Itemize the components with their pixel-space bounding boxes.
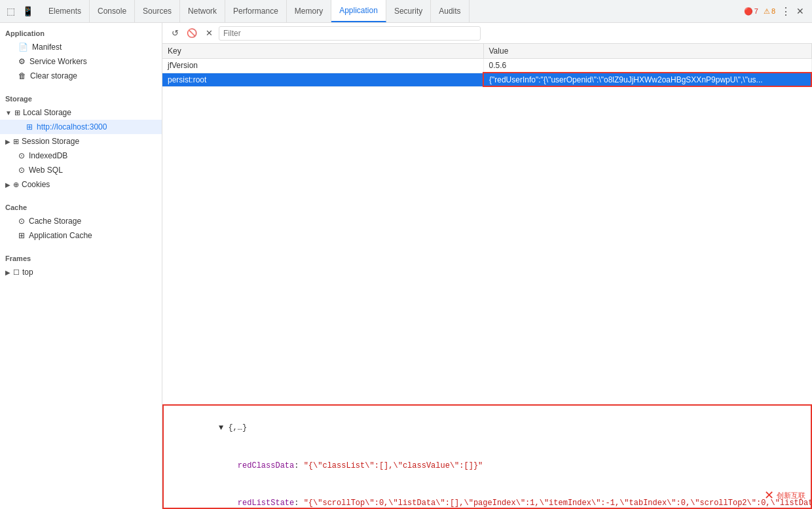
sidebar-manifest-label: Manifest (32, 43, 62, 52)
watermark-logo-icon: ✕ (764, 488, 774, 502)
clear-storage-icon: 🗑 (18, 71, 26, 80)
sidebar-top-label: top (22, 268, 33, 277)
tab-application[interactable]: Application (331, 0, 386, 22)
sidebar-storage-title: Storage (0, 88, 162, 105)
chevron-right-top-icon: ▶ (5, 269, 10, 276)
storage-table-container: Key Value jfVersion 0.5.6 persist:root {… (162, 44, 812, 404)
row-value-persist-root: {"redUserInfo":"{\"userOpenid\":\"o8lZ9u… (483, 73, 811, 86)
sidebar-item-service-workers[interactable]: ⚙ Service Workers (0, 54, 162, 69)
clear-button[interactable]: 🚫 (185, 26, 199, 41)
device-icon[interactable]: 📱 (20, 3, 35, 19)
service-workers-icon: ⚙ (18, 57, 26, 66)
top-frame-icon: ☐ (13, 268, 20, 277)
bottom-panel-line-1: redClassData: "{\"classList\":[],\"class… (172, 448, 803, 485)
cookies-icon: ⊕ (13, 181, 19, 189)
tab-security[interactable]: Security (386, 0, 431, 22)
val-red-class-data: "{\"classList\":[],\"classValue\":[]}" (304, 461, 483, 470)
warn-icon: ⚠ (764, 7, 770, 16)
sidebar-cache-storage-label: Cache Storage (29, 217, 81, 226)
sidebar-group-cookies[interactable]: ▶ ⊕ Cookies (0, 177, 162, 192)
tab-network[interactable]: Network (180, 0, 225, 22)
close-devtools-button[interactable]: ✕ (796, 6, 804, 16)
sidebar-indexeddb-label: IndexedDB (29, 151, 67, 160)
table-row[interactable]: persist:root {"redUserInfo":"{\"userOpen… (162, 73, 811, 86)
error-icon: 🔴 (744, 7, 753, 16)
more-menu-icon[interactable]: ⋮ (781, 5, 791, 18)
chevron-right-cookies-icon: ▶ (5, 181, 10, 188)
warn-badge: ⚠ 8 (764, 7, 775, 16)
tab-bar-right: 🔴 7 ⚠ 8 ⋮ ✕ (744, 5, 809, 18)
cache-storage-icon: ⊙ (18, 217, 25, 226)
object-label: {,…} (228, 423, 247, 432)
row-key-persist-root: persist:root (162, 73, 483, 86)
sidebar-web-sql-label: Web SQL (29, 166, 63, 175)
localhost-grid-icon: ⊞ (26, 122, 33, 132)
tab-memory[interactable]: Memory (287, 0, 331, 22)
sidebar-localhost-label: http://localhost:3000 (37, 122, 107, 132)
sidebar-frames-title: Frames (0, 248, 162, 265)
sidebar-item-manifest[interactable]: 📄 Manifest (0, 40, 162, 54)
sidebar: Application 📄 Manifest ⚙ Service Workers… (0, 23, 162, 509)
watermark: ✕ 创新互联 (764, 488, 805, 502)
web-sql-icon: ⊙ (18, 166, 25, 175)
error-count: 7 (754, 7, 758, 15)
tab-audits[interactable]: Audits (431, 0, 469, 22)
val-red-list-state: "{\"scrollTop\":0,\"listData\":[],\"page… (304, 499, 812, 508)
tabs-container: Elements Console Sources Network Perform… (41, 0, 744, 22)
expand-arrow-icon: ▼ (219, 423, 228, 432)
inspect-icon[interactable]: ⬚ (3, 3, 18, 19)
column-header-key: Key (162, 44, 483, 59)
sidebar-item-cache-storage[interactable]: ⊙ Cache Storage (0, 214, 162, 228)
application-cache-icon: ⊞ (18, 231, 25, 240)
manifest-icon: 📄 (18, 43, 28, 52)
chevron-down-icon: ▼ (5, 109, 12, 116)
sidebar-item-application-cache[interactable]: ⊞ Application Cache (0, 228, 162, 243)
key-red-class-data: redClassData (238, 461, 294, 470)
toolbar: ↺ 🚫 ✕ (162, 23, 812, 44)
watermark-text: 创新互联 (777, 491, 805, 500)
chevron-right-icon: ▶ (5, 138, 10, 145)
sidebar-group-session-storage[interactable]: ▶ ⊞ Session Storage (0, 134, 162, 149)
sidebar-service-workers-label: Service Workers (29, 57, 87, 66)
column-header-value: Value (483, 44, 811, 59)
sidebar-session-storage-label: Session Storage (22, 137, 79, 146)
storage-table: Key Value jfVersion 0.5.6 persist:root {… (162, 44, 812, 87)
sidebar-item-localhost[interactable]: ⊞ http://localhost:3000 (0, 120, 162, 134)
sidebar-application-cache-label: Application Cache (29, 231, 92, 240)
sidebar-item-indexeddb[interactable]: ⊙ IndexedDB (0, 149, 162, 163)
sidebar-group-local-storage[interactable]: ▼ ⊞ Local Storage (0, 105, 162, 120)
sidebar-cache-title: Cache (0, 197, 162, 214)
local-storage-grid-icon: ⊞ (14, 109, 20, 117)
main-layout: Application 📄 Manifest ⚙ Service Workers… (0, 23, 812, 509)
row-key-jfversion: jfVersion (162, 59, 483, 73)
tab-console[interactable]: Console (90, 0, 135, 22)
row-value-jfversion: 0.5.6 (483, 59, 811, 73)
sidebar-local-storage-label: Local Storage (23, 108, 71, 117)
sidebar-item-clear-storage[interactable]: 🗑 Clear storage (0, 69, 162, 83)
tab-bar: ⬚ 📱 Elements Console Sources Network Per… (0, 0, 812, 23)
error-badge: 🔴 7 (744, 7, 758, 16)
session-storage-grid-icon: ⊞ (13, 137, 19, 146)
sidebar-application-title: Application (0, 23, 162, 40)
delete-button[interactable]: ✕ (202, 26, 216, 41)
bottom-panel: ▼ {,…} redClassData: "{\"classList\":[],… (162, 404, 812, 509)
tab-performance[interactable]: Performance (225, 0, 287, 22)
sidebar-group-top[interactable]: ▶ ☐ top (0, 265, 162, 279)
table-row[interactable]: jfVersion 0.5.6 (162, 59, 811, 73)
tab-elements[interactable]: Elements (41, 0, 90, 22)
sidebar-item-web-sql[interactable]: ⊙ Web SQL (0, 163, 162, 177)
refresh-button[interactable]: ↺ (168, 26, 182, 41)
filter-input[interactable] (219, 26, 481, 41)
bottom-panel-header: ▼ {,…} (172, 410, 803, 448)
key-red-list-state: redListState (238, 499, 294, 508)
devtools-icons: ⬚ 📱 (3, 3, 41, 19)
warn-count: 8 (771, 7, 775, 15)
indexeddb-icon: ⊙ (18, 151, 25, 160)
content-area: ↺ 🚫 ✕ Key Value jfVersion (162, 23, 812, 509)
sidebar-clear-storage-label: Clear storage (30, 71, 77, 80)
bottom-panel-line-2: redListState: "{\"scrollTop\":0,\"listDa… (172, 485, 803, 509)
sidebar-cookies-label: Cookies (22, 180, 50, 189)
tab-sources[interactable]: Sources (135, 0, 180, 22)
